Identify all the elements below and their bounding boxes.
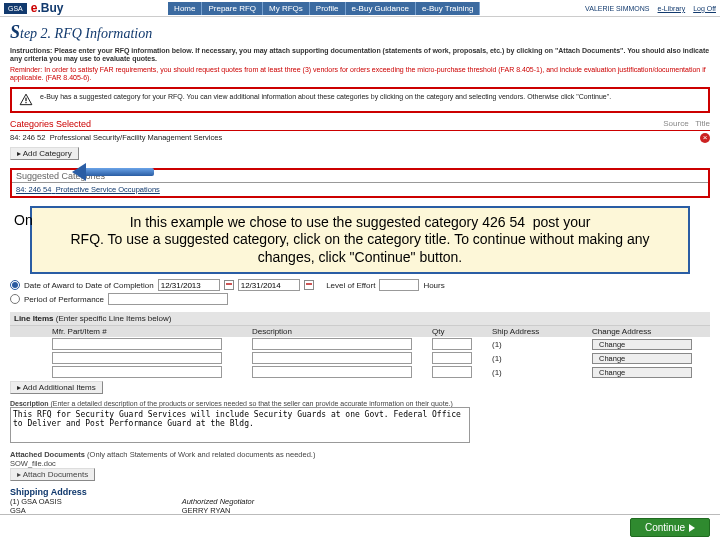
hours-label: Hours (423, 281, 444, 290)
svg-rect-0 (25, 97, 26, 101)
calendar-icon[interactable] (224, 280, 234, 290)
qty-input[interactable] (432, 338, 472, 350)
svg-rect-1 (25, 102, 26, 103)
shipping-address-header: Shipping Address (10, 487, 710, 497)
line-items-columns: Mfr. Part/Item # Description Qty Ship Ad… (10, 326, 710, 337)
user-name: VALERIE SIMMONS (585, 5, 649, 12)
warning-text: e-Buy has a suggested category for your … (40, 93, 611, 100)
nav-tabs: Home Prepare RFQ My RFQs Profile e-Buy G… (168, 2, 480, 15)
top-right: VALERIE SIMMONS e-Library Log Off (585, 5, 716, 12)
selected-category-row: 84: 246 52 Professional Security/Facilit… (10, 131, 710, 145)
logoff-link[interactable]: Log Off (693, 5, 716, 12)
description-label: Description (10, 400, 49, 407)
calendar-icon[interactable] (304, 280, 314, 290)
instructions-1: Instructions: Please enter your RFQ info… (10, 47, 710, 64)
selected-cat-title: Professional Security/Facility Managemen… (50, 133, 223, 142)
callout-tail1: post your (533, 214, 591, 230)
change-address-button[interactable]: Change (592, 353, 692, 364)
award-from-input[interactable] (158, 279, 220, 291)
instructions-2: Reminder: In order to satisfy FAR requir… (10, 66, 710, 83)
line-item-row: (1) Change (10, 337, 710, 351)
step-letter: S (10, 22, 20, 42)
line-item-row: (1) Change (10, 351, 710, 365)
callout-line1: In this example we chose to use the sugg… (130, 214, 525, 230)
nav-profile[interactable]: Profile (310, 2, 346, 15)
selected-cat-code: 84: 246 52 (10, 133, 45, 142)
award-label: Date of Award to Date of Completion (24, 281, 154, 290)
attach-documents-button[interactable]: ▸ Attach Documents (10, 468, 95, 481)
callout-line2: RFQ. To use a suggested category, click … (71, 231, 650, 265)
top-nav: GSA ee.Buy.Buy Home Prepare RFQ My RFQs … (0, 0, 720, 17)
ship-addr-cell: (1) (492, 368, 592, 377)
attached-docs-section: Attached Documents (Only attach Statemen… (10, 450, 710, 481)
nav-ebuy-guidance[interactable]: e-Buy Guidance (346, 2, 416, 15)
description-hint: (Enter a detailed description of the pro… (50, 400, 452, 407)
part-input[interactable] (52, 352, 222, 364)
part-input[interactable] (52, 338, 222, 350)
description-textarea[interactable] (10, 407, 470, 443)
footer-bar: Continue (0, 514, 720, 540)
attached-docs-hint: (Only attach Statements of Work and rela… (87, 450, 315, 459)
ship-addr-cell: (1) (492, 354, 592, 363)
categories-selected-header: Categories Selected Source Title (10, 119, 710, 131)
pop-input[interactable] (108, 293, 228, 305)
tutorial-callout: On In this example we chose to use the s… (30, 206, 690, 275)
part-input[interactable] (52, 366, 222, 378)
warning-box: e-Buy has a suggested category for your … (10, 87, 710, 113)
award-row: Date of Award to Date of Completion Leve… (10, 278, 710, 292)
change-address-button[interactable]: Change (592, 367, 692, 378)
warning-icon (18, 93, 34, 107)
line-item-row: (1) Change (10, 365, 710, 379)
desc-input[interactable] (252, 366, 412, 378)
suggested-categories-box: Suggested Categories 84: 246 54 Protecti… (10, 168, 710, 198)
pop-label: Period of Performance (24, 295, 104, 304)
nav-prepare-rfq[interactable]: Prepare RFQ (202, 2, 263, 15)
award-to-input[interactable] (238, 279, 300, 291)
brand: GSA ee.Buy.Buy (4, 1, 64, 15)
description-section: Description (Enter a detailed descriptio… (10, 400, 710, 444)
remove-category-icon[interactable]: × (700, 133, 710, 143)
nav-home[interactable]: Home (168, 2, 202, 15)
add-category-button[interactable]: ▸ Add Category (10, 147, 79, 160)
chevron-right-icon (689, 524, 695, 532)
continue-button[interactable]: Continue (630, 518, 710, 537)
pop-radio[interactable] (10, 294, 20, 304)
page-body: Step 2. RFQ Information Instructions: Pl… (0, 17, 720, 540)
nav-my-rfqs[interactable]: My RFQs (263, 2, 310, 15)
change-address-button[interactable]: Change (592, 339, 692, 350)
pop-row: Period of Performance (10, 292, 710, 306)
step-title: Step 2. RFQ Information (10, 22, 710, 43)
desc-input[interactable] (252, 352, 412, 364)
suggested-category-link[interactable]: 84: 246 54 Protective Service Occupation… (12, 183, 708, 196)
line-items-header: Line Items (Enter specific Line Items be… (10, 312, 710, 326)
callout-lead: On (14, 212, 33, 230)
gsa-badge: GSA (4, 3, 27, 14)
step-rest: tep 2. RFQ Information (20, 26, 152, 41)
desc-input[interactable] (252, 338, 412, 350)
level-of-effort-label: Level of Effort (326, 281, 375, 290)
nav-ebuy-training[interactable]: e-Buy Training (416, 2, 481, 15)
elibrary-link[interactable]: e-Library (658, 5, 686, 12)
ebuy-logo: ee.Buy.Buy (31, 1, 64, 15)
attached-docs-label: Attached Documents (10, 450, 85, 459)
level-of-effort-input[interactable] (379, 279, 419, 291)
award-radio[interactable] (10, 280, 20, 290)
ship-addr-cell: (1) (492, 340, 592, 349)
qty-input[interactable] (432, 352, 472, 364)
attached-file-name: SOW_file.doc (10, 459, 56, 468)
add-additional-items-button[interactable]: ▸ Add Additional Items (10, 381, 103, 394)
qty-input[interactable] (432, 366, 472, 378)
